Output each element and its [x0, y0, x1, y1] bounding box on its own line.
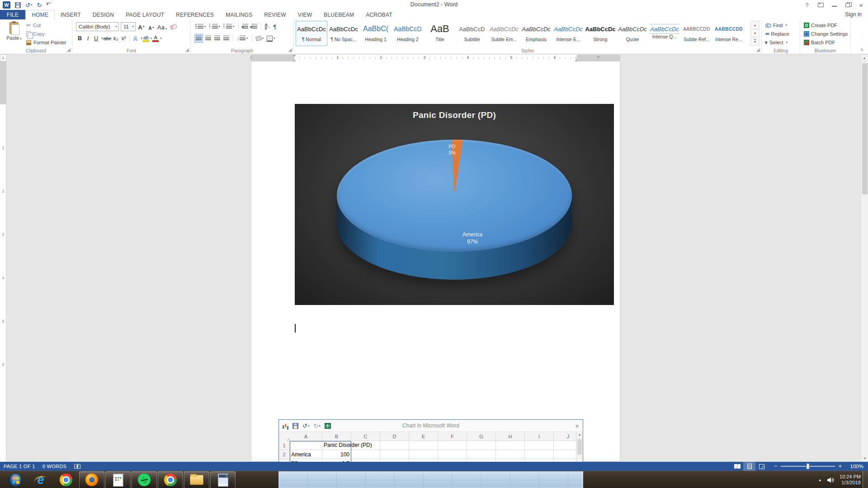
- paste-button[interactable]: Paste▾: [4, 21, 24, 47]
- create-pdf-button[interactable]: Create PDF: [804, 22, 848, 28]
- font-family-select[interactable]: Calibri (Body)▾: [76, 22, 119, 31]
- justify-button[interactable]: [222, 34, 230, 43]
- column-header[interactable]: H: [496, 432, 525, 441]
- ribbon-tab[interactable]: MAILINGS: [220, 10, 258, 19]
- change-settings-button[interactable]: Change Settings: [804, 30, 848, 37]
- row-header[interactable]: 1: [279, 441, 290, 450]
- underline-dropdown-icon[interactable]: ▾: [101, 37, 103, 40]
- align-left-button[interactable]: [194, 34, 203, 43]
- ribbon-tab[interactable]: VIEW: [292, 10, 318, 19]
- style-item[interactable]: AaBbCcDc ¶ Normal: [296, 21, 327, 46]
- align-center-button[interactable]: [204, 34, 212, 43]
- align-right-button[interactable]: [213, 34, 221, 43]
- borders-button[interactable]: ▾: [266, 34, 276, 43]
- taskbar-item[interactable]: [158, 471, 183, 488]
- restore-button[interactable]: [841, 0, 854, 10]
- shrink-font-button[interactable]: A▼: [147, 22, 156, 31]
- bold-button[interactable]: B: [76, 34, 84, 43]
- style-item[interactable]: AaBbCcDc Intense E...: [552, 21, 584, 46]
- row-header[interactable]: 2: [279, 450, 290, 459]
- cut-button[interactable]: ✂Cut: [26, 22, 66, 28]
- paragraph-dialog-launcher[interactable]: [288, 48, 292, 52]
- taskbar-item[interactable]: [105, 471, 131, 488]
- ribbon-tab[interactable]: FILE: [0, 10, 25, 19]
- style-item[interactable]: AaBbCcDc Subtle Em...: [488, 21, 520, 46]
- style-item[interactable]: AaBbCcDc Quote: [617, 21, 648, 46]
- line-spacing-button[interactable]: ↕▾: [236, 34, 249, 43]
- clipboard-dialog-launcher[interactable]: [67, 48, 71, 52]
- sign-in-link[interactable]: Sign in: [845, 10, 862, 19]
- first-line-indent-marker[interactable]: [292, 55, 296, 57]
- grow-font-button[interactable]: A▲: [137, 22, 146, 31]
- taskbar-item[interactable]: [79, 471, 104, 488]
- document-page[interactable]: Panic Disorder (PD) PD 3% America 97%: [251, 61, 620, 462]
- show-formatting-marks-button[interactable]: ¶: [273, 22, 278, 31]
- ribbon-tab[interactable]: INSERT: [55, 10, 87, 19]
- scroll-down-button[interactable]: ▼: [861, 455, 868, 462]
- ribbon-tab[interactable]: HOME: [25, 10, 55, 19]
- right-indent-marker[interactable]: [575, 59, 578, 61]
- styles-scroll-down-button[interactable]: ▼: [750, 29, 760, 38]
- bullet-list-button[interactable]: ▾: [194, 22, 207, 31]
- style-item[interactable]: AaBbCcDc Intense Q...: [649, 21, 680, 46]
- cell-b1[interactable]: Panic Disorder (PD): [322, 441, 351, 450]
- ribbon-tab[interactable]: PAGE LAYOUT: [120, 10, 170, 19]
- taskbar-item[interactable]: [28, 471, 53, 488]
- clear-formatting-button[interactable]: [170, 23, 177, 29]
- scroll-up-button[interactable]: ▲: [861, 54, 868, 61]
- column-header[interactable]: A: [290, 432, 322, 441]
- zoom-slider[interactable]: − +: [774, 462, 842, 471]
- taskbar-item[interactable]: [184, 471, 209, 488]
- find-button[interactable]: Find▾: [765, 22, 789, 28]
- column-header[interactable]: I: [525, 432, 554, 441]
- format-painter-button[interactable]: Format Painter: [26, 39, 66, 46]
- style-item[interactable]: AaBbCcD Heading 2: [392, 21, 424, 46]
- column-header[interactable]: F: [438, 432, 467, 441]
- cell-a1[interactable]: [290, 441, 322, 450]
- taskbar-clock[interactable]: 10:24 PM 1/3/2018: [840, 474, 861, 486]
- scrollbar-thumb[interactable]: [862, 63, 868, 194]
- web-layout-button[interactable]: [755, 462, 768, 471]
- collapse-ribbon-button[interactable]: ∧: [860, 47, 863, 52]
- ribbon-tab[interactable]: REVIEW: [258, 10, 292, 19]
- print-layout-button[interactable]: [743, 462, 755, 471]
- font-dialog-launcher[interactable]: [185, 48, 189, 52]
- minimize-button[interactable]: [827, 0, 841, 10]
- zoom-out-button[interactable]: −: [774, 462, 778, 470]
- sheet-scrollbar-thumb[interactable]: [577, 439, 582, 455]
- underline-button[interactable]: U: [92, 34, 100, 43]
- column-header[interactable]: D: [380, 432, 409, 441]
- vertical-scrollbar[interactable]: ▼: [861, 61, 868, 462]
- change-case-button[interactable]: Aa▾: [157, 22, 167, 31]
- column-header[interactable]: G: [467, 432, 496, 441]
- styles-scroll-up-button[interactable]: ▲: [750, 21, 760, 29]
- ribbon-tab[interactable]: REFERENCES: [170, 10, 220, 19]
- multilevel-list-button[interactable]: ▾: [222, 22, 236, 31]
- font-color-button[interactable]: A: [152, 34, 159, 43]
- volume-icon[interactable]: [827, 477, 835, 483]
- empty-cells[interactable]: [351, 450, 583, 459]
- numbered-list-button[interactable]: ▾: [208, 22, 222, 31]
- style-item[interactable]: AaBbCcDc ¶ No Spac...: [328, 21, 359, 46]
- superscript-button[interactable]: x²: [120, 34, 127, 43]
- increase-indent-button[interactable]: ▸: [250, 22, 258, 31]
- style-item[interactable]: AaB Title: [424, 21, 456, 46]
- read-mode-button[interactable]: [731, 462, 743, 471]
- styles-dialog-launcher[interactable]: [756, 48, 760, 52]
- empty-cells[interactable]: [351, 441, 583, 450]
- italic-button[interactable]: I: [84, 34, 92, 43]
- taskbar-item[interactable]: [53, 471, 79, 488]
- replace-button[interactable]: abReplace: [765, 30, 789, 37]
- chart-object[interactable]: Panic Disorder (PD) PD 3% America 97%: [295, 104, 614, 305]
- tab-selector[interactable]: L: [0, 54, 7, 61]
- sort-button[interactable]: AZ↓: [264, 22, 271, 31]
- select-all-corner[interactable]: [279, 432, 290, 441]
- style-item[interactable]: AaBbC( Heading 1: [360, 21, 392, 46]
- strikethrough-button[interactable]: abc: [104, 34, 112, 43]
- batch-pdf-button[interactable]: Batch PDF: [804, 39, 848, 46]
- hidden-icons-button[interactable]: ▲: [818, 478, 822, 482]
- style-item[interactable]: AABBCCDD Intense Re...: [713, 21, 745, 46]
- cell-a2[interactable]: America: [290, 450, 322, 459]
- ribbon-tab[interactable]: BLUEBEAM: [318, 10, 360, 19]
- close-button[interactable]: ×: [854, 0, 868, 10]
